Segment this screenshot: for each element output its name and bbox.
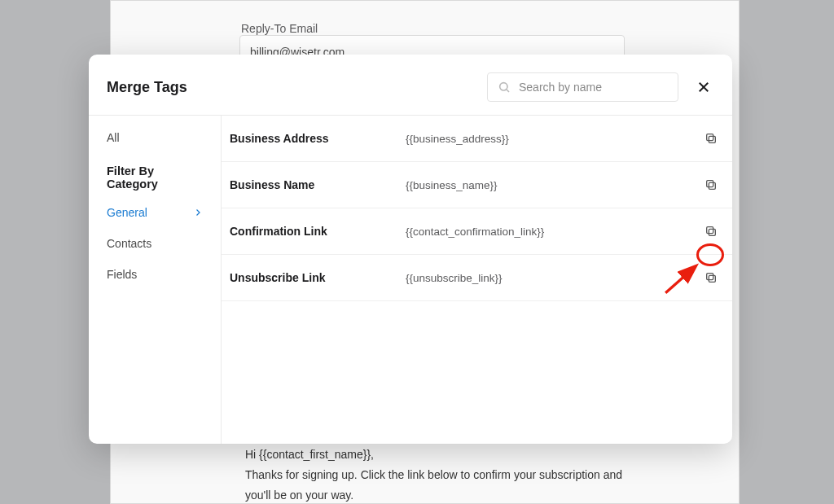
sidebar-item-fields[interactable]: Fields [89, 259, 221, 290]
svg-rect-4 [709, 136, 715, 142]
sidebar-item-contacts[interactable]: Contacts [89, 228, 221, 259]
tag-value: {{business_name}} [406, 179, 698, 191]
close-button[interactable] [693, 77, 714, 98]
sidebar-item-label: Contacts [107, 237, 151, 250]
copy-icon [705, 132, 718, 145]
merge-tags-modal: Merge Tags All Filter By Categ [89, 55, 732, 444]
svg-line-1 [507, 90, 509, 92]
search-input[interactable] [517, 80, 668, 94]
sidebar-item-label: Fields [107, 268, 137, 281]
tag-name: Unsubscribe Link [230, 271, 406, 284]
close-icon [696, 80, 711, 94]
modal-header: Merge Tags [89, 55, 732, 116]
copy-button[interactable] [698, 125, 724, 151]
table-row: Business Address {{business_address}} [222, 116, 732, 162]
reply-to-label: Reply-To Email [241, 22, 318, 35]
tag-value: {{contact_confirmation_link}} [406, 226, 698, 238]
sidebar-item-general[interactable]: General [89, 197, 221, 228]
modal-title: Merge Tags [107, 79, 187, 96]
copy-button[interactable] [698, 265, 724, 291]
copy-button[interactable] [698, 218, 724, 244]
tag-value: {{unsubscribe_link}} [406, 272, 698, 284]
copy-button[interactable] [698, 172, 724, 198]
svg-rect-11 [707, 274, 713, 280]
chevron-right-icon [193, 208, 203, 217]
modal-body: All Filter By Category General Contacts … [89, 116, 732, 444]
copy-icon [705, 225, 718, 238]
table-row: Unsubscribe Link {{unsubscribe_link}} [222, 255, 732, 301]
search-icon [498, 81, 511, 94]
tag-value: {{business_address}} [406, 133, 698, 145]
tag-name: Confirmation Link [230, 225, 406, 238]
body-line: Thanks for signing up. Click the link be… [245, 465, 625, 504]
svg-rect-6 [709, 182, 715, 189]
search-box[interactable] [487, 72, 678, 102]
copy-icon [705, 178, 718, 191]
svg-rect-7 [707, 181, 713, 187]
svg-point-0 [500, 83, 507, 90]
sidebar-filter-heading: Filter By Category [89, 153, 221, 197]
table-row: Business Name {{business_name}} [222, 162, 732, 208]
svg-rect-5 [707, 134, 713, 141]
svg-rect-9 [707, 227, 713, 234]
sidebar-item-label: All [107, 131, 120, 144]
sidebar-item-label: General [107, 206, 147, 219]
sidebar: All Filter By Category General Contacts … [89, 116, 222, 444]
tag-name: Business Name [230, 178, 406, 191]
copy-icon [705, 271, 718, 284]
body-greeting: Hi {{contact_first_name}}, [245, 445, 625, 465]
svg-rect-10 [709, 275, 715, 282]
table-row: Confirmation Link {{contact_confirmation… [222, 208, 732, 255]
sidebar-item-all[interactable]: All [89, 122, 221, 153]
tag-name: Business Address [230, 132, 406, 145]
header-right [487, 72, 714, 102]
svg-rect-8 [709, 229, 715, 235]
email-body-preview: Hi {{contact_first_name}}, Thanks for si… [245, 445, 625, 504]
tags-list: Business Address {{business_address}} Bu… [222, 116, 732, 444]
